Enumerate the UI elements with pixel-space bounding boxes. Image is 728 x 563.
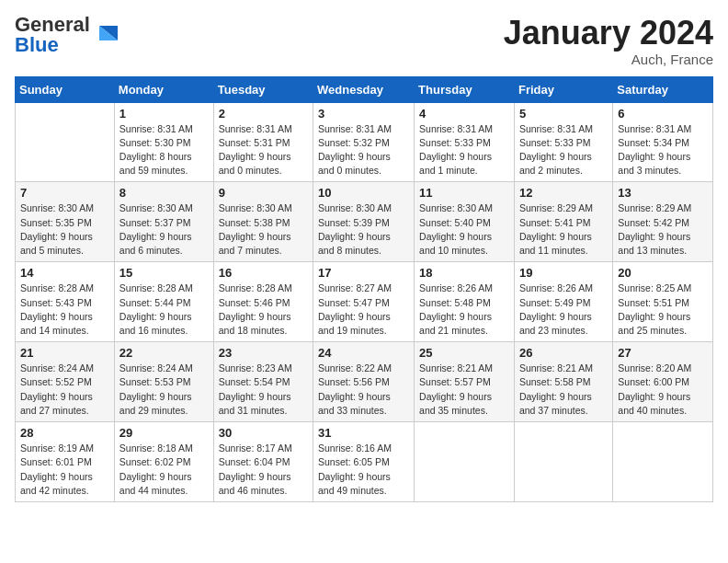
day-cell: 11Sunrise: 8:30 AM Sunset: 5:40 PM Dayli… bbox=[415, 182, 515, 262]
day-number: 24 bbox=[318, 346, 409, 360]
week-row-4: 21Sunrise: 8:24 AM Sunset: 5:52 PM Dayli… bbox=[16, 342, 713, 422]
day-info: Sunrise: 8:28 AM Sunset: 5:43 PM Dayligh… bbox=[20, 282, 109, 338]
day-info: Sunrise: 8:23 AM Sunset: 5:54 PM Dayligh… bbox=[219, 362, 308, 418]
day-info: Sunrise: 8:31 AM Sunset: 5:34 PM Dayligh… bbox=[618, 122, 708, 178]
day-cell: 28Sunrise: 8:19 AM Sunset: 6:01 PM Dayli… bbox=[16, 422, 115, 502]
day-cell bbox=[514, 422, 612, 502]
day-cell: 4Sunrise: 8:31 AM Sunset: 5:33 PM Daylig… bbox=[415, 102, 515, 182]
day-cell: 14Sunrise: 8:28 AM Sunset: 5:43 PM Dayli… bbox=[16, 262, 115, 342]
day-info: Sunrise: 8:21 AM Sunset: 5:57 PM Dayligh… bbox=[419, 362, 509, 418]
day-cell: 30Sunrise: 8:17 AM Sunset: 6:04 PM Dayli… bbox=[213, 422, 313, 502]
day-number: 22 bbox=[119, 346, 209, 360]
day-number: 9 bbox=[219, 186, 308, 200]
day-cell: 16Sunrise: 8:28 AM Sunset: 5:46 PM Dayli… bbox=[213, 262, 313, 342]
day-cell: 22Sunrise: 8:24 AM Sunset: 5:53 PM Dayli… bbox=[114, 342, 213, 422]
day-cell: 31Sunrise: 8:16 AM Sunset: 6:05 PM Dayli… bbox=[313, 422, 415, 502]
day-cell: 9Sunrise: 8:30 AM Sunset: 5:38 PM Daylig… bbox=[213, 182, 313, 262]
day-number: 3 bbox=[318, 107, 409, 121]
day-cell: 19Sunrise: 8:26 AM Sunset: 5:49 PM Dayli… bbox=[514, 262, 612, 342]
day-info: Sunrise: 8:25 AM Sunset: 5:51 PM Dayligh… bbox=[618, 282, 708, 338]
day-cell: 3Sunrise: 8:31 AM Sunset: 5:32 PM Daylig… bbox=[313, 102, 415, 182]
day-info: Sunrise: 8:31 AM Sunset: 5:32 PM Dayligh… bbox=[318, 122, 409, 178]
day-number: 8 bbox=[119, 186, 209, 200]
day-info: Sunrise: 8:27 AM Sunset: 5:47 PM Dayligh… bbox=[318, 282, 409, 338]
day-info: Sunrise: 8:30 AM Sunset: 5:40 PM Dayligh… bbox=[419, 201, 509, 258]
day-cell: 2Sunrise: 8:31 AM Sunset: 5:31 PM Daylig… bbox=[213, 102, 313, 182]
day-number: 23 bbox=[219, 346, 308, 360]
day-cell: 12Sunrise: 8:29 AM Sunset: 5:41 PM Dayli… bbox=[514, 182, 612, 262]
day-info: Sunrise: 8:16 AM Sunset: 6:05 PM Dayligh… bbox=[318, 442, 409, 498]
day-info: Sunrise: 8:22 AM Sunset: 5:56 PM Dayligh… bbox=[318, 362, 409, 418]
day-number: 30 bbox=[219, 426, 308, 440]
day-info: Sunrise: 8:18 AM Sunset: 6:02 PM Dayligh… bbox=[119, 442, 209, 498]
day-info: Sunrise: 8:24 AM Sunset: 5:53 PM Dayligh… bbox=[119, 362, 209, 418]
day-number: 2 bbox=[219, 107, 308, 121]
day-number: 19 bbox=[519, 266, 608, 280]
day-info: Sunrise: 8:31 AM Sunset: 5:30 PM Dayligh… bbox=[119, 122, 209, 178]
day-info: Sunrise: 8:20 AM Sunset: 6:00 PM Dayligh… bbox=[618, 362, 708, 418]
day-number: 1 bbox=[119, 107, 209, 121]
page: General Blue January 2024 Auch, France S… bbox=[0, 0, 728, 511]
weekday-header-tuesday: Tuesday bbox=[213, 76, 313, 102]
logo-icon bbox=[92, 22, 118, 48]
day-info: Sunrise: 8:24 AM Sunset: 5:52 PM Dayligh… bbox=[20, 362, 109, 418]
day-cell: 26Sunrise: 8:21 AM Sunset: 5:58 PM Dayli… bbox=[514, 342, 612, 422]
week-row-5: 28Sunrise: 8:19 AM Sunset: 6:01 PM Dayli… bbox=[16, 422, 713, 502]
weekday-header-sunday: Sunday bbox=[16, 76, 115, 102]
day-cell: 8Sunrise: 8:30 AM Sunset: 5:37 PM Daylig… bbox=[114, 182, 213, 262]
day-number: 14 bbox=[20, 266, 109, 280]
day-cell: 25Sunrise: 8:21 AM Sunset: 5:57 PM Dayli… bbox=[415, 342, 515, 422]
day-info: Sunrise: 8:19 AM Sunset: 6:01 PM Dayligh… bbox=[20, 442, 109, 498]
day-number: 5 bbox=[519, 107, 608, 121]
day-number: 16 bbox=[219, 266, 308, 280]
day-cell: 29Sunrise: 8:18 AM Sunset: 6:02 PM Dayli… bbox=[114, 422, 213, 502]
day-cell: 23Sunrise: 8:23 AM Sunset: 5:54 PM Dayli… bbox=[213, 342, 313, 422]
day-cell: 17Sunrise: 8:27 AM Sunset: 5:47 PM Dayli… bbox=[313, 262, 415, 342]
day-number: 21 bbox=[20, 346, 109, 360]
day-info: Sunrise: 8:31 AM Sunset: 5:33 PM Dayligh… bbox=[519, 122, 608, 178]
day-cell: 27Sunrise: 8:20 AM Sunset: 6:00 PM Dayli… bbox=[613, 342, 713, 422]
day-cell: 13Sunrise: 8:29 AM Sunset: 5:42 PM Dayli… bbox=[613, 182, 713, 262]
weekday-header-monday: Monday bbox=[114, 76, 213, 102]
day-info: Sunrise: 8:26 AM Sunset: 5:48 PM Dayligh… bbox=[419, 282, 509, 338]
week-row-3: 14Sunrise: 8:28 AM Sunset: 5:43 PM Dayli… bbox=[16, 262, 713, 342]
day-number: 12 bbox=[519, 186, 608, 200]
day-cell: 1Sunrise: 8:31 AM Sunset: 5:30 PM Daylig… bbox=[114, 102, 213, 182]
day-number: 11 bbox=[419, 186, 509, 200]
day-number: 28 bbox=[20, 426, 109, 440]
day-number: 29 bbox=[119, 426, 209, 440]
day-number: 18 bbox=[419, 266, 509, 280]
day-info: Sunrise: 8:29 AM Sunset: 5:42 PM Dayligh… bbox=[618, 201, 708, 258]
day-number: 17 bbox=[318, 266, 409, 280]
day-info: Sunrise: 8:30 AM Sunset: 5:38 PM Dayligh… bbox=[219, 201, 308, 258]
day-info: Sunrise: 8:17 AM Sunset: 6:04 PM Dayligh… bbox=[219, 442, 308, 498]
day-info: Sunrise: 8:26 AM Sunset: 5:49 PM Dayligh… bbox=[519, 282, 608, 338]
day-cell: 10Sunrise: 8:30 AM Sunset: 5:39 PM Dayli… bbox=[313, 182, 415, 262]
day-info: Sunrise: 8:30 AM Sunset: 5:35 PM Dayligh… bbox=[20, 201, 109, 258]
calendar-table: SundayMondayTuesdayWednesdayThursdayFrid… bbox=[15, 76, 713, 502]
header: General Blue January 2024 Auch, France bbox=[15, 15, 713, 67]
day-info: Sunrise: 8:29 AM Sunset: 5:41 PM Dayligh… bbox=[519, 201, 608, 258]
weekday-header-wednesday: Wednesday bbox=[313, 76, 415, 102]
logo-blue: Blue bbox=[15, 33, 59, 56]
day-number: 26 bbox=[519, 346, 608, 360]
day-number: 31 bbox=[318, 426, 409, 440]
day-cell: 7Sunrise: 8:30 AM Sunset: 5:35 PM Daylig… bbox=[16, 182, 115, 262]
day-cell: 6Sunrise: 8:31 AM Sunset: 5:34 PM Daylig… bbox=[613, 102, 713, 182]
day-info: Sunrise: 8:21 AM Sunset: 5:58 PM Dayligh… bbox=[519, 362, 608, 418]
day-info: Sunrise: 8:30 AM Sunset: 5:39 PM Dayligh… bbox=[318, 201, 409, 258]
day-number: 10 bbox=[318, 186, 409, 200]
month-title: January 2024 bbox=[504, 15, 713, 52]
day-number: 25 bbox=[419, 346, 509, 360]
day-number: 6 bbox=[618, 107, 708, 121]
week-row-1: 1Sunrise: 8:31 AM Sunset: 5:30 PM Daylig… bbox=[16, 102, 713, 182]
day-cell bbox=[415, 422, 515, 502]
logo: General Blue bbox=[15, 15, 118, 55]
day-number: 27 bbox=[618, 346, 708, 360]
weekday-header-thursday: Thursday bbox=[415, 76, 515, 102]
day-cell: 15Sunrise: 8:28 AM Sunset: 5:44 PM Dayli… bbox=[114, 262, 213, 342]
day-cell: 21Sunrise: 8:24 AM Sunset: 5:52 PM Dayli… bbox=[16, 342, 115, 422]
day-cell bbox=[613, 422, 713, 502]
title-area: January 2024 Auch, France bbox=[504, 15, 713, 67]
day-number: 15 bbox=[119, 266, 209, 280]
